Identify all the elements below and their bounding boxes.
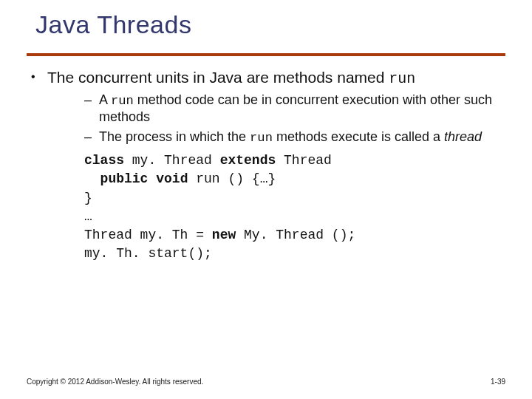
sub1-code: run	[111, 94, 134, 108]
code-block: class my. Thread extends Thread public v…	[84, 151, 505, 263]
kw-public-void: public void	[100, 171, 188, 186]
code-l5a: Thread my. Th =	[84, 228, 212, 242]
title-rule	[27, 53, 505, 56]
sub2-c: methods execute is called a	[273, 129, 444, 144]
bullet-level1: The concurrent units in Java are methods…	[27, 68, 505, 263]
sub2-thread: thread	[444, 129, 482, 144]
bullet1-code: run	[389, 70, 415, 87]
code-l5c: My. Thread ();	[236, 228, 355, 242]
slide: Java Threads The concurrent units in Jav…	[0, 0, 532, 399]
bullet-level2: The process in which the run methods exe…	[47, 129, 505, 146]
code-l3: }	[84, 191, 92, 205]
page-number: 1-39	[491, 378, 505, 386]
sub1-a: A	[99, 92, 111, 107]
kw-class: class	[84, 153, 124, 168]
slide-title: Java Threads	[35, 10, 191, 39]
sublist: A run method code can be in concurrent e…	[47, 92, 505, 146]
code-l2c: run () {…}	[188, 171, 276, 186]
copyright-footer: Copyright © 2012 Addison-Wesley. All rig…	[27, 378, 203, 386]
bullet-level2: A run method code can be in concurrent e…	[47, 92, 505, 126]
code-l6: my. Th. start();	[84, 246, 212, 261]
code-l1d: Thread	[276, 153, 332, 168]
kw-extends: extends	[220, 153, 276, 168]
code-l4: …	[84, 209, 92, 224]
sub2-a: The process in which the	[99, 129, 250, 144]
bullet1-text-a: The concurrent units in Java are methods…	[47, 69, 389, 86]
sub1-c: method code can be in concurrent executi…	[99, 92, 492, 124]
sub2-code: run	[250, 131, 273, 145]
kw-new: new	[212, 228, 236, 242]
code-l1b: my. Thread	[124, 153, 220, 168]
code-indent	[84, 171, 100, 186]
slide-body: The concurrent units in Java are methods…	[27, 68, 505, 267]
